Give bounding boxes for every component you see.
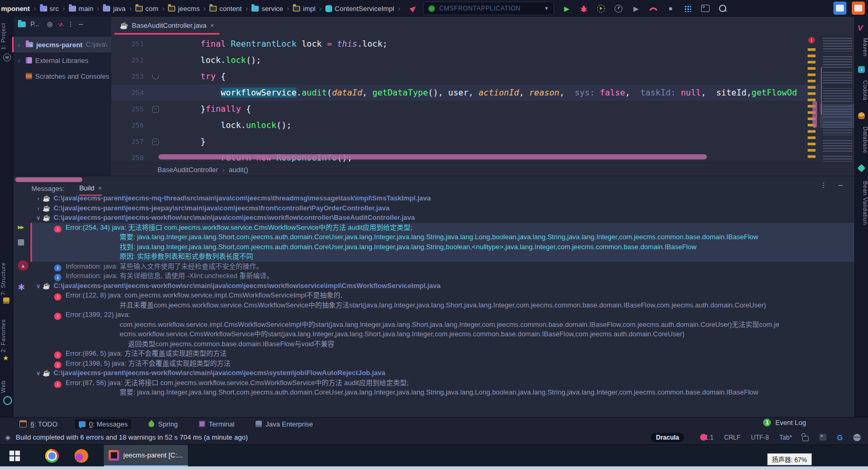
sidebar-item-bean-validation[interactable]: Bean Validation xyxy=(855,174,868,232)
breadcrumb-item[interactable]: mponent xyxy=(1,5,30,13)
close-icon[interactable] xyxy=(98,184,102,192)
build-info-row[interactable]: iInformation: java: 有关详细信息, 请使用 -Xlint:u… xyxy=(30,271,854,281)
breadcrumb-item[interactable]: impl xyxy=(293,5,315,13)
stop-button[interactable]: ■ xyxy=(666,4,675,13)
tree-toggle-icon[interactable]: ∨ xyxy=(34,368,43,378)
toolwindow-terminal[interactable]: Terminal xyxy=(195,419,238,429)
build-detail-row[interactable]: 原因: 实际参数列表和形式参数列表长度不同 xyxy=(30,252,854,262)
build-file-row[interactable]: ∨☕C:\java\jeecms-parent\jeecms-workflow\… xyxy=(30,368,854,378)
toolwindow-messages[interactable]: 0: Messages xyxy=(75,419,132,429)
breadcrumb-method[interactable]: audit() xyxy=(229,166,248,174)
sidebar-item-structure[interactable]: 7: Structure xyxy=(0,262,14,296)
build-detail-row[interactable]: com.jeecms.workflow.service.impl.CmsWork… xyxy=(30,320,854,330)
build-error-row[interactable]: !Error:(1399, 22) java: xyxy=(30,310,854,320)
code-line[interactable]: 256lock.unlock(); xyxy=(111,117,854,133)
toggle-warnings-icon[interactable]: ▲ xyxy=(18,260,28,271)
sidebar-item-web[interactable]: Web xyxy=(0,379,14,395)
vertical-scrollbar[interactable] xyxy=(812,101,817,128)
breadcrumb-class[interactable]: BaseAuditController xyxy=(157,166,218,174)
code-line[interactable]: 257} xyxy=(111,133,854,150)
tree-item-jeecms-parent[interactable]: › jeecms-parent C:\java\ xyxy=(14,37,111,52)
services-button[interactable] xyxy=(684,4,692,13)
breadcrumb-item[interactable]: java xyxy=(103,5,125,13)
theme-chip[interactable]: Dracula xyxy=(651,433,684,442)
build-detail-row[interactable]: 需要: java.lang.Integer,java.lang.Short,co… xyxy=(30,232,854,242)
fold-marker-icon[interactable] xyxy=(152,106,159,113)
build-error-row[interactable]: !Error:(896, 5) java: 方法不会覆盖或实现超类型的方法 xyxy=(30,349,854,359)
build-detail-row[interactable]: ecms.workflow.service.CmsWorkflowService… xyxy=(30,329,854,339)
code-line[interactable]: 251final ReentrantLock lock = this.lock; xyxy=(111,36,854,52)
settings-gear-icon[interactable]: ✱ xyxy=(18,282,25,292)
build-error-row[interactable]: !Error:(254, 34) java: 无法将接口 com.jeecms.… xyxy=(30,223,854,233)
toolwindow-spring[interactable]: Spring xyxy=(145,419,182,429)
terminal-status-icon[interactable] xyxy=(819,434,827,441)
run-button[interactable]: ▶ xyxy=(563,4,571,13)
google-icon[interactable]: G xyxy=(837,433,843,442)
line-separator[interactable]: CRLF xyxy=(724,434,740,441)
rocket-icon[interactable] xyxy=(409,4,418,13)
sidebar-item-favorites[interactable]: 2: Favorites xyxy=(0,319,14,353)
chevron-right-icon[interactable]: › xyxy=(18,41,23,49)
kebab-menu-icon[interactable] xyxy=(820,182,827,189)
breadcrumb-item[interactable]: com xyxy=(135,5,158,13)
breadcrumb-item[interactable]: content xyxy=(209,5,242,13)
fold-marker-icon[interactable] xyxy=(152,138,159,145)
close-icon[interactable] xyxy=(210,22,215,29)
terminal-toolbar-button[interactable] xyxy=(701,4,710,13)
build-detail-row[interactable]: 返回类型com.jeecms.common.base.domain.IBaseF… xyxy=(30,339,854,349)
tree-item-scratches[interactable]: Scratches and Consoles xyxy=(14,68,111,84)
run-with-coverage-button[interactable] xyxy=(597,4,606,13)
minimap-viewport[interactable] xyxy=(820,104,854,128)
minimap[interactable] xyxy=(820,36,854,164)
tree-toggle-icon[interactable]: › xyxy=(34,194,43,204)
stop-remote-button[interactable] xyxy=(649,4,658,13)
build-file-row[interactable]: ∨☕C:\java\jeecms-parent\jeecms-workflow\… xyxy=(30,213,854,223)
hide-panel-icon[interactable] xyxy=(838,182,843,189)
toolwindow-todo[interactable]: 6: TODO xyxy=(16,419,61,429)
chrome-icon[interactable] xyxy=(45,449,59,463)
breadcrumb-item[interactable]: main xyxy=(69,5,93,13)
run-disabled-button[interactable]: ▶ xyxy=(632,4,640,13)
debug-button[interactable] xyxy=(580,4,588,13)
build-detail-row[interactable]: 找到: java.lang.Integer,java.lang.Short,co… xyxy=(30,242,854,252)
tree-toggle-icon[interactable]: ∨ xyxy=(34,213,43,223)
sidebar-item-database[interactable]: Database xyxy=(855,122,868,158)
taskbar-app-intellij[interactable]: jeecms-parent [C:... xyxy=(104,445,188,466)
lock-icon[interactable] xyxy=(802,436,809,441)
breadcrumb-item[interactable]: service xyxy=(251,5,283,13)
collapse-all-icon[interactable]: ↘↖ xyxy=(57,22,63,27)
sidebar-item-codota[interactable]: Codota xyxy=(855,76,868,105)
circled-m-icon[interactable]: M xyxy=(3,54,11,61)
hide-panel-icon[interactable] xyxy=(79,20,83,28)
build-file-row[interactable]: ›☕C:\java\jeecms-parent\jeecms-jeepay\sr… xyxy=(30,204,854,214)
stop-build-icon[interactable] xyxy=(18,239,24,246)
incognito-icon[interactable] xyxy=(853,434,861,441)
build-detail-row[interactable]: 需要: java.lang.Integer,java.lang.Short,co… xyxy=(30,388,854,398)
error-stripe-error-icon[interactable]: ! xyxy=(808,37,815,44)
code-line[interactable]: 252lock.lock(); xyxy=(111,52,854,68)
firefox-icon[interactable] xyxy=(75,449,88,463)
indent-style[interactable]: Tab* xyxy=(779,434,792,441)
locate-file-icon[interactable]: ◎ xyxy=(47,20,52,28)
overlay-app-orange-icon[interactable] xyxy=(852,2,865,15)
code-line[interactable]: 255}finally { xyxy=(111,101,854,117)
build-file-row[interactable]: ∨☕C:\java\jeecms-parent\jeecms-workflow\… xyxy=(30,281,854,291)
show-desktop-strip[interactable] xyxy=(0,466,868,469)
fold-marker-icon[interactable] xyxy=(152,74,159,79)
start-button[interactable] xyxy=(9,451,20,461)
file-encoding[interactable]: UTF-8 xyxy=(751,434,769,441)
build-error-row[interactable]: !Error:(87, 56) java: 无法将接口 com.jeecms.w… xyxy=(30,378,854,388)
chevron-right-icon[interactable]: › xyxy=(18,57,23,65)
event-log-button[interactable]: 1 Event Log xyxy=(763,419,806,427)
breadcrumb-item[interactable]: jeecms xyxy=(168,5,199,13)
rerun-build-icon[interactable]: ▶▶ xyxy=(18,225,23,230)
toolwindow-java-enterprise[interactable]: Java Enterprise xyxy=(252,419,316,429)
build-detail-row[interactable]: 并且未覆盖com.jeecms.workflow.service.CmsWork… xyxy=(30,301,854,311)
code-line[interactable]: 253try { xyxy=(111,68,854,84)
project-view-selector[interactable]: P... xyxy=(30,20,39,28)
build-file-row[interactable]: ›☕C:\java\jeecms-parent\jeecms-mq-thread… xyxy=(30,194,854,204)
breadcrumb-item[interactable]: src xyxy=(40,5,59,13)
build-error-row[interactable]: !Error:(1398, 5) java: 方法不会覆盖或实现超类型的方法 xyxy=(30,359,854,369)
overlay-app-blue-icon[interactable] xyxy=(833,2,846,15)
code-line[interactable]: 254workflowService.audit(dataId, getData… xyxy=(111,84,854,101)
